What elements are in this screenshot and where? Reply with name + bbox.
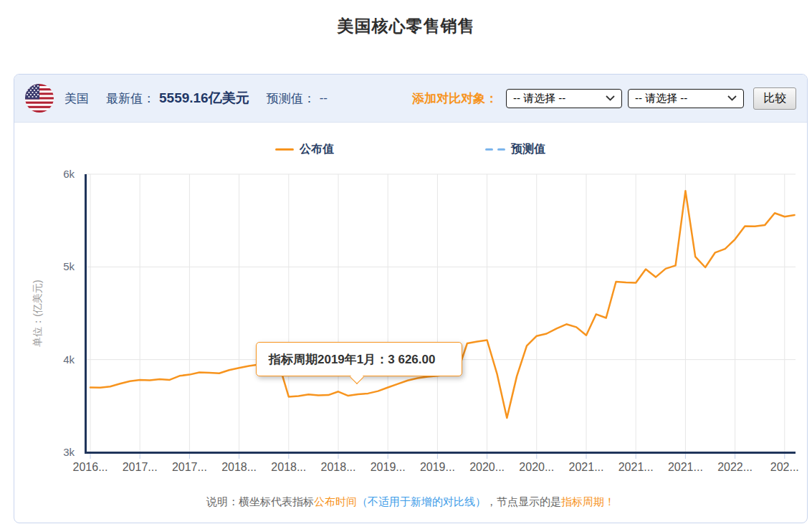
footer-note: 说明：横坐标代表指标公布时间（不适用于新增的对比线），节点显示的是指标周期！ (14, 495, 808, 509)
published-line-swatch (275, 148, 294, 151)
forecast-value-label: 预测值： (267, 90, 315, 107)
compare-controls: 添加对比对象： -- 请选择 -- -- 请选择 -- 比较 (412, 87, 796, 110)
compare-select-2[interactable]: -- 请选择 -- (628, 89, 744, 108)
latest-value-label: 最新值： (106, 90, 155, 107)
footer-text: ，节点显示的是 (486, 495, 561, 508)
tooltip-text: 指标周期2019年1月：3 626.00 (269, 351, 435, 368)
footer-text-period: 指标周期！ (561, 495, 615, 508)
panel-header: 美国 最新值： 5559.16亿美元 预测值： -- 添加对比对象： -- 请选… (14, 75, 807, 123)
compare-button[interactable]: 比较 (753, 87, 796, 110)
add-compare-label: 添加对比对象： (412, 90, 497, 107)
compare-select-1[interactable]: -- 请选择 -- (506, 89, 622, 108)
footer-text-publish-time: 公布时间 (314, 495, 357, 508)
page-title: 美国核心零售销售 (0, 0, 812, 37)
us-flag-icon (25, 84, 54, 113)
legend-forecast-label: 预测值 (511, 142, 545, 157)
latest-value: 5559.16亿美元 (159, 89, 249, 108)
country-label: 美国 (65, 90, 89, 107)
chart-tooltip: 指标周期2019年1月：3 626.00 (256, 342, 462, 376)
indicator-panel: 美国 最新值： 5559.16亿美元 预测值： -- 添加对比对象： -- 请选… (14, 74, 808, 523)
compare-select-1-value: -- 请选择 -- (513, 92, 565, 105)
legend-item-forecast[interactable]: 预测值 (485, 142, 545, 157)
forecast-line-swatch (485, 148, 505, 151)
footer-text-note: （不适用于新增的对比线） (357, 495, 486, 508)
chevron-down-icon (606, 95, 615, 101)
forecast-value: -- (320, 91, 328, 105)
compare-select-2-value: -- 请选择 -- (635, 92, 687, 105)
legend-item-published[interactable]: 公布值 (275, 142, 334, 157)
legend-published-label: 公布值 (300, 142, 334, 157)
chevron-down-icon (727, 95, 737, 101)
footer-text: 说明：横坐标代表指标 (206, 495, 314, 508)
